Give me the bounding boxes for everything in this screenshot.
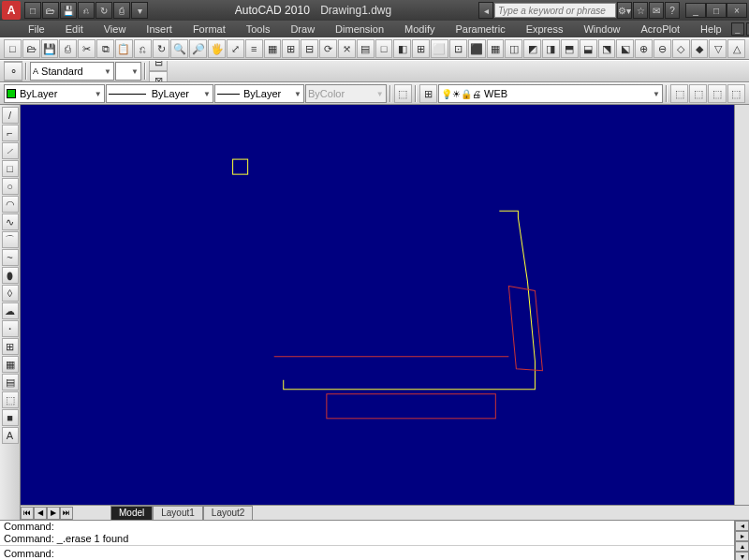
tab-last-button[interactable]: ⏭ [60,507,73,520]
vertical-scrollbar[interactable] [734,105,749,505]
std-toolbar-button-16[interactable]: ⊟ [301,39,318,58]
close-button[interactable]: × [727,3,747,18]
std-toolbar-button-39[interactable]: △ [727,39,745,58]
layer-match-button[interactable]: ⬚ [670,84,688,103]
left-tool-button-9[interactable]: ⬮ [2,267,19,284]
qat-new-icon[interactable]: □ [24,2,41,19]
layer-iso-button[interactable]: ⬚ [708,84,726,103]
qat-redo-icon[interactable]: ↻ [95,2,112,19]
std-toolbar-button-22[interactable]: ⊞ [412,39,430,58]
std-toolbar-button-7[interactable]: ⎌ [134,39,152,58]
std-toolbar-button-1[interactable]: 🗁 [22,39,40,58]
qat-dropdown-icon[interactable]: ▾ [131,2,148,19]
std-toolbar-button-30[interactable]: ⬒ [561,39,579,58]
std-toolbar-button-25[interactable]: ⬛ [468,39,486,58]
annot-toolbar-button-8[interactable]: ⊟ [149,60,168,71]
text-style-more[interactable]: ▼ [115,62,141,81]
tab-prev-button[interactable]: ◀ [34,507,47,520]
subscription-icon[interactable]: ☆ [633,2,648,19]
layer-props-button[interactable]: ⬚ [394,84,412,103]
std-toolbar-button-38[interactable]: ▽ [709,39,727,58]
std-toolbar-button-17[interactable]: ⟳ [319,39,337,58]
cmd-scroll-btn[interactable]: ▴ [735,541,749,552]
std-toolbar-button-32[interactable]: ⬔ [598,39,616,58]
draw-toolbar-button-13[interactable]: ⚬ [4,62,22,81]
std-toolbar-button-36[interactable]: ◇ [672,39,690,58]
std-toolbar-button-23[interactable]: ⬜ [431,39,448,58]
menu-acroplot[interactable]: AcroPlot [632,22,690,36]
std-toolbar-button-8[interactable]: ↻ [153,39,170,58]
layout-tab-model[interactable]: Model [110,506,153,521]
menu-view[interactable]: View [95,22,136,36]
qat-undo-icon[interactable]: ⎌ [78,2,95,19]
std-toolbar-button-27[interactable]: ◫ [505,39,522,58]
layer-combo[interactable]: 💡☀🔒🖨 WEB▼ [438,84,663,103]
left-tool-button-8[interactable]: ~ [2,249,19,266]
minimize-button[interactable]: _ [685,3,706,18]
std-toolbar-button-4[interactable]: ✂ [78,39,95,58]
drawing-canvas[interactable] [21,105,734,505]
std-toolbar-button-5[interactable]: ⧉ [96,39,114,58]
layer-misc-button[interactable]: ⬚ [727,84,745,103]
menu-modify[interactable]: Modify [395,22,444,36]
help-icon[interactable]: ? [665,2,680,19]
left-tool-button-4[interactable]: ○ [2,178,19,195]
menu-format[interactable]: Format [184,22,235,36]
std-toolbar-button-19[interactable]: ▤ [357,39,374,58]
cmd-scroll-btn[interactable]: ▾ [735,552,749,560]
std-toolbar-button-26[interactable]: ▦ [487,39,505,58]
std-toolbar-button-33[interactable]: ⬕ [616,39,634,58]
left-tool-button-12[interactable]: ・ [2,320,19,337]
layout-tab-layout2[interactable]: Layout2 [203,506,254,521]
search-input[interactable] [494,3,616,18]
std-toolbar-button-37[interactable]: ◆ [691,39,709,58]
text-style-combo[interactable]: A Standard▼ [30,62,114,81]
menu-tools[interactable]: Tools [237,22,280,36]
std-toolbar-button-29[interactable]: ◨ [542,39,560,58]
std-toolbar-button-28[interactable]: ◩ [523,39,541,58]
std-toolbar-button-13[interactable]: ≡ [245,39,263,58]
menu-help[interactable]: Help [691,22,731,36]
tab-first-button[interactable]: ⏮ [21,507,34,520]
left-tool-button-1[interactable]: ⌐ [2,125,19,141]
left-tool-button-11[interactable]: ☁ [2,302,19,319]
layer-state-button[interactable]: ⊞ [419,84,437,103]
left-tool-button-3[interactable]: □ [2,160,19,177]
menu-window[interactable]: Window [574,22,629,36]
qat-save-icon[interactable]: 💾 [60,2,77,19]
left-tool-button-6[interactable]: ∿ [2,214,19,230]
maximize-button[interactable]: □ [706,3,727,18]
layout-tab-layout1[interactable]: Layout1 [153,506,203,521]
menu-file[interactable]: File [19,22,54,36]
std-toolbar-button-12[interactable]: ⤢ [227,39,244,58]
cmd-scroll-btn[interactable]: ◂ [735,521,749,531]
exchange-icon[interactable]: ✉ [649,2,664,19]
std-toolbar-button-18[interactable]: ⤧ [338,39,356,58]
left-tool-button-7[interactable]: ⌒ [2,231,19,248]
std-toolbar-button-2[interactable]: 💾 [41,39,59,58]
qat-print-icon[interactable]: ⎙ [113,2,130,19]
std-toolbar-button-20[interactable]: □ [375,39,393,58]
left-tool-button-14[interactable]: ▦ [2,356,19,373]
std-toolbar-button-31[interactable]: ⬓ [580,39,597,58]
left-tool-button-10[interactable]: ◊ [2,285,19,302]
std-toolbar-button-11[interactable]: 🖐 [208,39,226,58]
std-toolbar-button-0[interactable]: □ [4,39,22,58]
menu-express[interactable]: Express [517,22,573,36]
left-tool-button-15[interactable]: ▤ [2,374,19,391]
std-toolbar-button-24[interactable]: ⊡ [449,39,467,58]
left-tool-button-13[interactable]: ⊞ [2,338,19,355]
left-tool-button-0[interactable]: / [2,107,19,124]
menu-draw[interactable]: Draw [281,22,324,36]
left-tool-button-16[interactable]: ⬚ [2,391,19,408]
left-tool-button-17[interactable]: ■ [2,409,19,426]
annot-toolbar-button-9[interactable]: ⊠ [149,71,168,82]
search-left-icon[interactable]: ◂ [478,2,493,19]
lineweight-combo[interactable]: ByLayer▼ [214,84,304,103]
std-toolbar-button-21[interactable]: ◧ [393,39,411,58]
qat-open-icon[interactable]: 🗁 [42,2,59,19]
std-toolbar-button-10[interactable]: 🔎 [189,39,207,58]
left-tool-button-2[interactable]: ⟋ [2,142,19,159]
menu-insert[interactable]: Insert [137,22,182,36]
std-toolbar-button-3[interactable]: ⎙ [59,39,77,58]
